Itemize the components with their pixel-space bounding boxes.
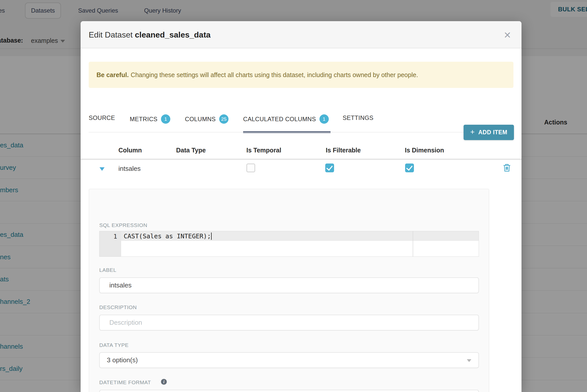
tab-calculated-columns[interactable]: CALCULATED COLUMNS 1 xyxy=(243,114,329,124)
tab-source[interactable]: SOURCE xyxy=(89,114,115,121)
text-cursor xyxy=(211,233,212,240)
warning-banner-bold: Be careful. xyxy=(96,71,129,79)
sql-expression-editor[interactable]: 1 CAST(Sales as INTEGER); xyxy=(99,231,479,257)
tab-label: SOURCE xyxy=(89,114,115,121)
sql-expression-label: SQL EXPRESSION xyxy=(99,222,147,228)
description-field-label: DESCRIPTION xyxy=(99,304,137,310)
is-filterable-checkbox[interactable] xyxy=(325,164,334,172)
is-dimension-checkbox[interactable] xyxy=(405,164,414,172)
datetime-format-input[interactable] xyxy=(99,390,479,392)
tab-label: METRICS xyxy=(130,116,157,123)
editor-gutter: 1 xyxy=(100,231,121,256)
column-name: intsales xyxy=(118,165,141,173)
column-detail-panel: SQL EXPRESSION 1 CAST(Sales as INTEGER);… xyxy=(89,189,489,392)
is-temporal-header: Is Temporal xyxy=(246,147,281,154)
data-type-header: Data Type xyxy=(176,147,206,154)
tab-metrics[interactable]: METRICS 1 xyxy=(130,114,170,124)
label-input[interactable] xyxy=(99,277,479,293)
delete-trash-icon[interactable] xyxy=(503,163,511,172)
modal-tabs: SOURCE METRICS 1 COLUMNS 25 CALCULATED C… xyxy=(89,104,513,133)
data-type-field-label: DATA TYPE xyxy=(99,342,129,348)
chevron-down-icon xyxy=(467,359,471,362)
plus-icon: + xyxy=(470,128,475,136)
modal-title-dataset-name: cleaned_sales_data xyxy=(135,30,211,39)
data-type-select-value: 3 option(s) xyxy=(107,356,138,364)
tab-settings[interactable]: SETTINGS xyxy=(343,114,373,121)
modal-header: Edit Dataset cleaned_sales_data ✕ xyxy=(81,21,521,48)
is-dimension-header: Is Dimension xyxy=(405,147,444,154)
warning-banner-text: Changing these settings will affect all … xyxy=(131,71,418,79)
add-item-button[interactable]: + ADD ITEM xyxy=(464,125,514,140)
data-type-select[interactable]: 3 option(s) xyxy=(99,352,479,368)
datetime-format-field-label: DATETIME FORMAT xyxy=(99,379,151,385)
edit-dataset-modal: Edit Dataset cleaned_sales_data ✕ Be car… xyxy=(81,21,521,392)
calculated-column-row: intsales xyxy=(81,160,521,179)
collapse-row-caret-icon[interactable] xyxy=(100,167,105,171)
tab-columns[interactable]: COLUMNS 25 xyxy=(185,114,229,124)
calculated-columns-count-badge: 1 xyxy=(319,114,329,124)
tab-label: COLUMNS xyxy=(185,116,216,123)
close-icon[interactable]: ✕ xyxy=(499,29,515,42)
description-input[interactable] xyxy=(99,315,479,331)
tab-label: CALCULATED COLUMNS xyxy=(243,116,316,123)
column-header: Column xyxy=(118,147,142,154)
editor-print-margin xyxy=(413,231,413,256)
is-filterable-header: Is Filterable xyxy=(326,147,361,154)
tab-label: SETTINGS xyxy=(343,114,373,121)
modal-title-prefix: Edit Dataset xyxy=(89,30,135,39)
sql-code: CAST(Sales as INTEGER); xyxy=(124,233,212,240)
add-item-label: ADD ITEM xyxy=(478,129,507,136)
warning-banner: Be careful. Changing these settings will… xyxy=(89,62,513,88)
divider xyxy=(89,132,513,133)
modal-title: Edit Dataset cleaned_sales_data xyxy=(89,30,211,40)
is-temporal-checkbox[interactable] xyxy=(246,164,255,172)
metrics-count-badge: 1 xyxy=(161,114,170,124)
columns-count-badge: 25 xyxy=(219,114,229,124)
info-icon[interactable]: i xyxy=(161,379,167,385)
line-number: 1 xyxy=(113,233,117,240)
label-field-label: LABEL xyxy=(99,267,116,273)
calculated-columns-table-header: Column Data Type Is Temporal Is Filterab… xyxy=(81,142,521,159)
